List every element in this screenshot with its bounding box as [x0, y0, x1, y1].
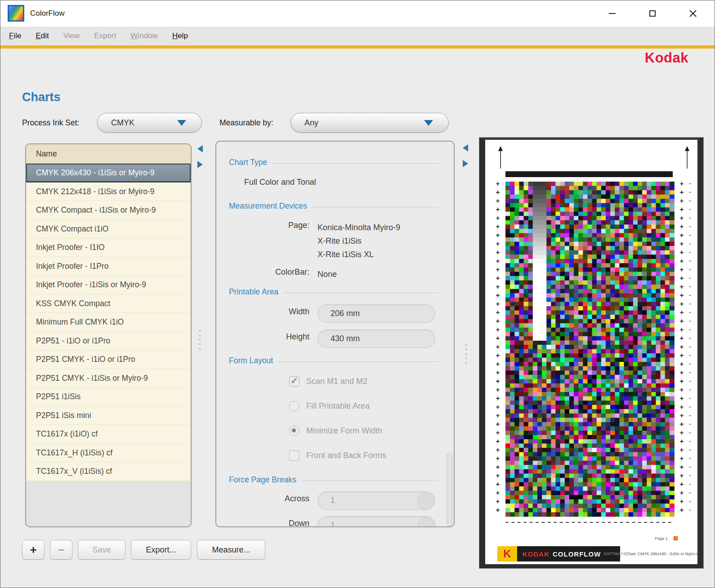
- page-device-values: Konica-Minolta Myiro-9 X-Rite i1iSis X-R…: [317, 221, 400, 261]
- section-form-layout: Form Layout: [229, 356, 438, 365]
- chart-list-item[interactable]: Inkjet Proofer - i1iSis or Myiro-9: [26, 276, 191, 294]
- checkbox-icon: [289, 450, 299, 461]
- kodak-k-icon: K: [497, 546, 517, 561]
- chart-list-item[interactable]: TC1617x_H (i1iSis) cf: [26, 444, 191, 463]
- expand-right-arrow[interactable]: [463, 160, 468, 167]
- chart-list-item[interactable]: P2P51 CMYK - i1iO or i1Pro: [26, 350, 191, 369]
- radio-icon: [289, 401, 299, 411]
- close-button[interactable]: [680, 0, 706, 27]
- chart-list-item[interactable]: P2P51 iSis mini: [26, 406, 191, 425]
- form-option-radio[interactable]: Minimize Form Width: [289, 425, 382, 436]
- form-option-checkbox[interactable]: Front and Back Forms: [289, 450, 386, 461]
- form-option-label: Minimize Form Width: [306, 426, 382, 436]
- chart-list-item[interactable]: Inkjet Proofer - I1IO: [26, 238, 191, 257]
- colorbar-value: None: [317, 267, 337, 281]
- down-field: 1: [317, 516, 435, 527]
- chart-list-item[interactable]: CMYK Compact - i1iSis or Myiro-9: [26, 201, 191, 220]
- chart-list-item[interactable]: CMYK 212x418 - i1iSis or Myiro-9: [26, 183, 191, 201]
- section-measurement-devices: Measurement Devices: [229, 201, 438, 211]
- across-field: 1: [317, 491, 435, 510]
- height-field: 430 mm: [317, 330, 435, 348]
- chart-list-panel: Name CMYK 206x430 - i1iSis or Myiro-9CMY…: [25, 143, 192, 527]
- chart-list-item[interactable]: CMYK Compact i1iO: [26, 220, 191, 239]
- chevron-down-icon: [424, 120, 433, 126]
- maximize-button[interactable]: [639, 0, 666, 27]
- section-chart-type: Chart Type: [229, 158, 438, 167]
- preview-footer-banner: K KODAK COLORFLOW SOFTWARE Chart: CMYK 2…: [497, 546, 699, 561]
- chart-type-value: Full Color and Tonal: [244, 178, 316, 187]
- chart-list-item[interactable]: P2P51 - i1iO or i1Pro: [26, 332, 191, 351]
- checkbox-icon: [289, 376, 299, 387]
- preview-footer-caption: Chart: CMYK 206x430 - i1iSis or Myiro-9: [620, 546, 699, 561]
- menu-export: Export: [87, 27, 123, 45]
- section-force-page-breaks: Force Page Breaks: [229, 475, 438, 485]
- page-device-label: Page:: [226, 221, 309, 230]
- measurable-by-label: Measurable by:: [219, 118, 273, 128]
- preview-page-label: Page 1: [655, 536, 668, 541]
- title-bar[interactable]: ColorFlow: [0, 0, 715, 27]
- menu-view: View: [56, 27, 87, 45]
- menu-bar: FileEditViewExportWindowHelp: [0, 27, 715, 45]
- page-title: Charts: [22, 90, 61, 104]
- chart-list-rows: CMYK 206x430 - i1iSis or Myiro-9CMYK 212…: [26, 164, 191, 481]
- window-title: ColorFlow: [30, 9, 65, 18]
- process-ink-set-value: CMYK: [98, 118, 177, 128]
- form-option-label: Scan M1 and M2: [306, 377, 367, 386]
- chart-list-item[interactable]: P2P51 CMYK - i1iSis or Myiro-9: [26, 369, 191, 388]
- width-field: 206 mm: [317, 304, 435, 323]
- remove-chart-button[interactable]: −: [50, 540, 72, 560]
- accent-line: [0, 45, 715, 49]
- menu-window: Window: [123, 27, 165, 45]
- width-label: Width: [226, 307, 309, 316]
- measurable-by-value: Any: [291, 118, 424, 128]
- minimize-button[interactable]: [599, 0, 625, 27]
- chart-details-panel: Chart Type Full Color and Tonal Measurem…: [215, 141, 455, 527]
- kodak-logo: Kodak: [645, 50, 688, 66]
- save-button[interactable]: Save: [78, 540, 125, 560]
- expand-right-arrow[interactable]: [197, 161, 203, 168]
- down-label: Down: [226, 519, 309, 527]
- menu-edit[interactable]: Edit: [28, 27, 56, 45]
- across-label: Across: [226, 494, 309, 503]
- minimize-icon: [609, 13, 616, 14]
- preview-color-mark: [674, 536, 678, 540]
- chart-preview-canvas: [485, 140, 697, 564]
- menu-help[interactable]: Help: [165, 27, 195, 45]
- height-label: Height: [226, 332, 309, 342]
- close-icon: [689, 9, 697, 18]
- chart-list-item[interactable]: TC1617x_V (i1iSis) cf: [26, 462, 191, 481]
- collapse-left-arrow[interactable]: [197, 145, 203, 152]
- chart-list-item[interactable]: Inkjet Proofer - I1Pro: [26, 257, 191, 276]
- form-option-radio[interactable]: Fill Printable Area: [289, 401, 370, 411]
- chart-list-item[interactable]: KSS CMYK Compact: [26, 294, 191, 313]
- chevron-down-icon: [177, 120, 186, 126]
- colorflow-window: ColorFlow FileEditViewExportWindowHelp K…: [0, 0, 715, 588]
- maximize-icon: [649, 10, 656, 17]
- colorbar-label: ColorBar:: [226, 267, 309, 277]
- form-option-checkbox[interactable]: Scan M1 and M2: [289, 376, 367, 387]
- measurable-by-select[interactable]: Any: [290, 113, 449, 133]
- export-button[interactable]: Export...: [131, 540, 191, 560]
- chart-list-header: Name: [26, 144, 191, 164]
- process-ink-set-label: Process Ink Set:: [22, 118, 79, 128]
- radio-icon: [289, 426, 299, 436]
- chart-list-item[interactable]: TC1617x (i1iO) cf: [26, 425, 191, 444]
- chart-list-item[interactable]: Minimum Full CMYK i1iO: [26, 313, 191, 332]
- chart-preview: Page 1 K KODAK COLORFLOW SOFTWARE Chart:…: [479, 138, 703, 568]
- collapse-left-arrow[interactable]: [463, 144, 468, 151]
- colorflow-app-icon: [8, 5, 24, 22]
- form-option-label: Front and Back Forms: [306, 451, 386, 460]
- chart-list-item[interactable]: CMYK 206x430 - i1iSis or Myiro-9: [26, 164, 191, 183]
- process-ink-set-select[interactable]: CMYK: [97, 113, 202, 133]
- measure-button[interactable]: Measure...: [197, 540, 265, 560]
- add-chart-button[interactable]: +: [22, 540, 45, 560]
- splitter-drag-handle[interactable]: [465, 344, 467, 365]
- form-option-label: Fill Printable Area: [306, 401, 370, 411]
- menu-file[interactable]: File: [2, 27, 28, 45]
- splitter-drag-handle[interactable]: [199, 330, 201, 351]
- preview-footer-brand: KODAK COLORFLOW SOFTWARE: [517, 546, 620, 561]
- details-scrollbar[interactable]: [447, 453, 452, 526]
- section-printable-area: Printable Area: [229, 287, 438, 297]
- chart-list-item[interactable]: P2P51 i1iSis: [26, 388, 191, 406]
